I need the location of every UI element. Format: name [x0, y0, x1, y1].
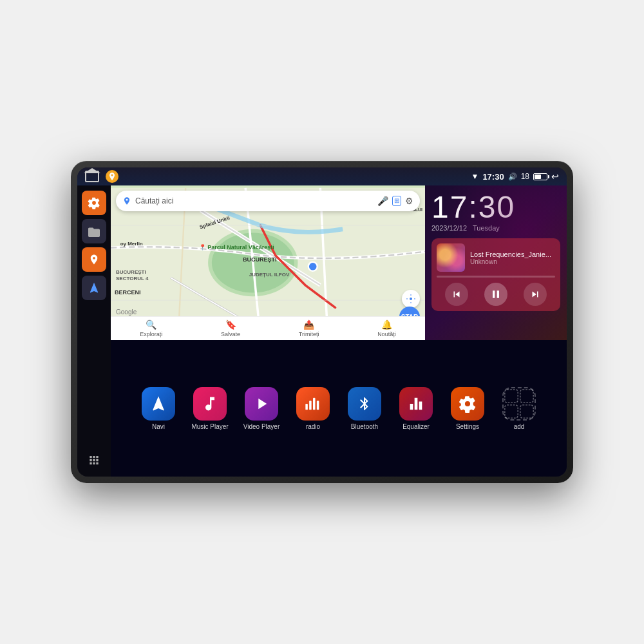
navi-label: Navi: [152, 423, 165, 430]
back-icon[interactable]: ↩: [551, 171, 559, 182]
prev-button[interactable]: [445, 283, 468, 306]
map-area[interactable]: AXIS PremiumMobility - Sud 📍 Parcul Natu…: [111, 185, 425, 340]
left-sidebar: [77, 185, 111, 477]
app-item-add[interactable]: add: [498, 387, 540, 430]
video-label: Video Player: [243, 423, 280, 430]
map-tab-news[interactable]: 🔔 Noutăți: [377, 319, 396, 337]
equalizer-label: Equalizer: [402, 423, 430, 430]
time-display: 17:30: [482, 172, 504, 182]
google-maps-logo: [122, 196, 131, 205]
svg-point-7: [126, 199, 128, 201]
svg-rect-11: [317, 401, 319, 410]
status-left: [85, 170, 118, 183]
location-button[interactable]: [402, 290, 420, 308]
next-button[interactable]: [524, 283, 547, 306]
clock-display: 17:30: [431, 192, 560, 223]
map-tab-send[interactable]: 📤 Trimiteți: [299, 319, 319, 337]
music-artist: Unknown: [470, 258, 555, 265]
main-area: AXIS PremiumMobility - Sud 📍 Parcul Natu…: [77, 185, 567, 477]
map-label-ilfov: JUDEȚUL ILFOV: [249, 272, 290, 278]
map-label-park: 📍 Parcul Natural Văcărești: [199, 244, 274, 251]
music-info: Lost Frequencies_Janie... Unknown: [470, 251, 555, 265]
microphone-icon[interactable]: 🎤: [377, 196, 388, 206]
music-progress-bar[interactable]: [437, 276, 555, 278]
app-item-navi[interactable]: Navi: [138, 387, 179, 430]
sidebar-map-button[interactable]: [82, 247, 106, 272]
sidebar-folder-button[interactable]: [82, 219, 106, 243]
app-grid: Navi Music Player: [138, 387, 540, 430]
map-tab-explore[interactable]: 🔍 Explorați: [140, 319, 162, 337]
pause-button[interactable]: [484, 283, 507, 306]
settings-map-icon[interactable]: ⚙: [405, 196, 413, 206]
app-item-bluetooth[interactable]: Bluetooth: [344, 387, 385, 430]
explore-label: Explorați: [140, 331, 162, 337]
sidebar-navigation-button[interactable]: [82, 276, 106, 300]
svg-rect-10: [313, 397, 316, 410]
music-title: Lost Frequencies_Janie...: [470, 251, 555, 258]
map-search-bar[interactable]: Căutați aici 🎤 ⊞ ⚙: [116, 191, 420, 211]
map-search-placeholder: Căutați aici: [135, 196, 374, 205]
top-section: AXIS PremiumMobility - Sud 📍 Parcul Natu…: [111, 185, 567, 340]
svg-rect-8: [305, 404, 308, 410]
add-icon: [502, 387, 536, 421]
map-label-buc: BUCUREȘTI: [243, 256, 277, 263]
album-art: [437, 243, 465, 272]
news-icon: 🔔: [381, 319, 392, 330]
album-art-image: [437, 243, 465, 272]
map-label-berceni: BERCENI: [115, 289, 141, 296]
sidebar-settings-button[interactable]: [82, 191, 106, 215]
svg-point-6: [410, 298, 412, 300]
saved-label: Salvate: [221, 331, 240, 337]
google-watermark: Google: [116, 308, 137, 316]
saved-icon: 🔖: [225, 319, 236, 330]
app-item-music[interactable]: Music Player: [189, 387, 231, 430]
radio-icon: [296, 387, 330, 421]
map-tabs: 🔍 Explorați 🔖 Salvate 📤 Trimiteți: [111, 316, 425, 340]
app-item-settings[interactable]: Settings: [447, 387, 488, 430]
battery-icon: [533, 173, 547, 180]
svg-rect-13: [520, 389, 533, 402]
bluetooth-label: Bluetooth: [351, 423, 378, 430]
explore-icon: 🔍: [146, 319, 156, 330]
device-screen: ▼ 17:30 🔊 18 ↩: [77, 167, 567, 477]
add-label: add: [514, 423, 525, 430]
layers-icon[interactable]: ⊞: [392, 196, 401, 206]
send-icon: 📤: [303, 319, 314, 330]
app-item-radio[interactable]: radio: [292, 387, 334, 430]
nav-icon[interactable]: [106, 170, 118, 183]
svg-rect-12: [505, 389, 518, 402]
sidebar-grid-button[interactable]: [82, 447, 106, 471]
svg-point-3: [308, 262, 317, 271]
music-controls: [437, 283, 555, 306]
settings-label: Settings: [456, 423, 479, 430]
svg-rect-9: [309, 401, 312, 410]
map-tab-saved[interactable]: 🔖 Salvate: [221, 319, 240, 337]
equalizer-icon: [399, 387, 433, 421]
map-label-sector4: BUCUREȘTISECTORUL 4: [116, 269, 148, 283]
app-item-video[interactable]: Video Player: [241, 387, 282, 430]
svg-rect-14: [505, 404, 518, 417]
music-player: Lost Frequencies_Janie... Unknown: [431, 238, 560, 311]
wifi-icon: ▼: [471, 172, 479, 181]
music-top: Lost Frequencies_Janie... Unknown: [437, 243, 555, 272]
home-button[interactable]: [85, 171, 99, 182]
radio-label: radio: [306, 423, 320, 430]
bluetooth-icon: [348, 387, 381, 421]
car-display-device: ▼ 17:30 🔊 18 ↩: [71, 161, 573, 483]
send-label: Trimiteți: [299, 331, 319, 337]
status-bar: ▼ 17:30 🔊 18 ↩: [77, 167, 567, 185]
map-label-merlin: oy Merlin: [120, 241, 143, 247]
app-item-equalizer[interactable]: Equalizer: [395, 387, 437, 430]
volume-icon: 🔊: [508, 173, 517, 181]
right-content: AXIS PremiumMobility - Sud 📍 Parcul Natu…: [111, 185, 567, 477]
info-panel: 17:30 2023/12/12 Tuesday: [425, 185, 567, 340]
svg-rect-15: [520, 404, 533, 417]
music-label: Music Player: [191, 423, 228, 430]
clock-time: 17:30: [431, 190, 515, 224]
news-label: Noutăți: [377, 331, 396, 337]
settings-icon: [451, 387, 484, 421]
day-value: Tuesday: [473, 224, 500, 232]
app-grid-section: Navi Music Player: [111, 340, 567, 477]
music-icon: [193, 387, 227, 421]
status-right: ▼ 17:30 🔊 18 ↩: [471, 171, 560, 182]
